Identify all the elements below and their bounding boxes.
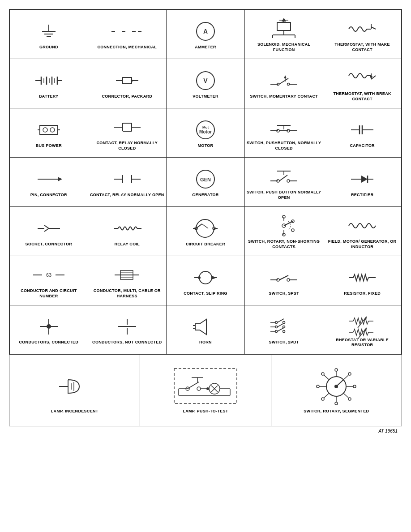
svg-point-132	[47, 324, 51, 329]
symbol-ammeter: A	[168, 19, 243, 44]
svg-marker-122	[212, 276, 217, 279]
symbol-voltmeter: V	[168, 69, 243, 93]
symbol-rectifier	[325, 167, 400, 192]
symbol-relay-coil	[90, 216, 165, 241]
cell-pin-connector: PIN, CONNECTOR	[9, 157, 88, 206]
label-switch-rotary-segmented: SWITCH, ROTARY, SEGMENTED	[304, 408, 369, 414]
svg-text:Mot: Mot	[202, 125, 209, 129]
symbol-lamp-push-to-test	[172, 366, 239, 407]
cell-motor: Mot Motor MOTOR	[166, 108, 244, 157]
svg-marker-72	[58, 177, 62, 181]
svg-point-146	[283, 326, 285, 328]
label-ammeter: AMMETER	[168, 45, 243, 50]
svg-point-47	[43, 128, 47, 132]
svg-marker-87	[361, 176, 368, 183]
svg-rect-9	[277, 22, 291, 30]
label-conductors-not-connected: CONDUCTORS, NOT CONNECTED	[90, 340, 165, 345]
label-field-motor: FIELD, MOTOR/ GENERATOR, OR INDUCTOR	[325, 239, 400, 249]
label-voltmeter: VOLTMETER	[168, 94, 243, 99]
label-socket-connector: SOCKET, CONNECTOR	[11, 242, 86, 247]
cell-socket-connector: SOCKET, CONNECTOR	[9, 206, 88, 256]
label-switch-momentary: SWITCH, MOMENTARY CONTACT	[246, 94, 321, 99]
svg-point-120	[198, 276, 201, 279]
svg-marker-136	[195, 319, 206, 335]
svg-point-182	[348, 373, 351, 375]
label-lamp-push-to-test: LAMP, PUSH-TO-TEST	[183, 408, 228, 414]
svg-point-194	[321, 373, 324, 375]
label-thermostat-make: THERMOSTAT, WITH MAKE CONTACT	[325, 42, 400, 52]
svg-rect-30	[123, 77, 132, 84]
svg-point-186	[348, 398, 351, 400]
label-horn: HORN	[168, 340, 243, 345]
label-conductor-circuit: CONDUCTOR AND CIRCUIT NUMBER	[11, 288, 86, 299]
symbol-capacitor	[325, 118, 400, 142]
symbol-contact-slip-ring	[168, 266, 243, 290]
reference-number: AT 19651	[9, 426, 402, 436]
svg-text:Motor: Motor	[199, 129, 212, 134]
symbol-motor: Mot Motor	[168, 118, 243, 142]
symbol-switch-momentary	[246, 69, 321, 93]
svg-line-100	[202, 224, 208, 228]
label-circuit-breaker: CIRCUIT BREAKER	[168, 242, 243, 247]
cell-switch-momentary: SWITCH, MOMENTARY CONTACT	[245, 59, 323, 108]
cell-thermostat-make: THERMOSTAT, WITH MAKE CONTACT	[323, 9, 402, 59]
cell-ammeter: A AMMETER	[166, 9, 244, 59]
svg-marker-16	[282, 18, 286, 21]
symbol-conductor-circuit: 63	[11, 263, 86, 287]
svg-line-185	[343, 393, 348, 398]
svg-line-92	[44, 228, 49, 232]
cell-switch-pushbutton-open: SWITCH, PUSH BUTTON NORMALLY OPEN	[245, 157, 323, 206]
label-thermostat-break: THERMOSTAT, WITH BREAK CONTACT	[325, 91, 400, 102]
svg-point-82	[287, 180, 290, 182]
symbol-thermostat-make	[325, 17, 400, 41]
svg-point-118	[199, 271, 212, 284]
page: GROUND CONNECTION, MECHANICAL A	[0, 0, 411, 532]
symbol-switch-spst	[246, 266, 321, 290]
label-ground: GROUND	[11, 45, 86, 50]
symbol-contact-relay-open	[90, 167, 165, 192]
svg-point-188	[335, 402, 338, 405]
bottom-cell-switch-rotary-segmented: SWITCH, ROTARY, SEGMENTED	[271, 355, 402, 426]
symbol-circuit-breaker	[168, 216, 243, 241]
svg-marker-32	[131, 79, 134, 82]
label-connection-mechanical: CONNECTION, MECHANICAL	[90, 45, 165, 50]
symbol-bus-power	[11, 118, 86, 142]
svg-point-126	[287, 279, 290, 281]
cell-switch-rotary: SWITCH, ROTARY, NON-SHORTING CONTACTS	[245, 206, 323, 256]
cell-rheostat: RHEOSTAT OR VARIABLE RESISTOR	[323, 305, 402, 354]
cell-conductor-circuit: 63 CONDUCTOR AND CIRCUIT NUMBER	[9, 256, 88, 305]
symbol-horn	[168, 314, 243, 339]
svg-point-107	[291, 229, 294, 232]
svg-line-37	[279, 78, 289, 84]
bottom-cell-lamp-incandescent: LAMP, INCENDESCENT	[9, 355, 140, 426]
svg-point-184	[353, 385, 356, 388]
label-relay-coil: RELAY COIL	[90, 242, 165, 247]
symbol-lamp-incandescent	[57, 366, 93, 407]
symbol-switch-rotary	[246, 214, 321, 238]
label-generator: GENERATOR	[168, 193, 243, 198]
svg-text:GEN: GEN	[200, 177, 211, 182]
label-switch-rotary: SWITCH, ROTARY, NON-SHORTING CONTACTS	[246, 239, 321, 249]
cell-conductor-multi: CONDUCTOR, MULTI, CABLE OR HARNESS	[88, 256, 166, 305]
cell-connection-mechanical: CONNECTION, MECHANICAL	[88, 9, 166, 59]
cell-conductors-connected: CONDUCTORS, CONNECTED	[9, 305, 88, 354]
symbol-field-motor	[325, 214, 400, 238]
label-lamp-incandescent: LAMP, INCENDESCENT	[51, 408, 98, 414]
svg-point-48	[50, 128, 55, 132]
svg-point-177	[206, 387, 209, 390]
cell-switch-pushbutton-closed: SWITCH, PUSHBUTTON, NORMALLY CLOSED	[245, 108, 323, 157]
symbol-conductors-not-connected	[90, 314, 165, 339]
svg-rect-162	[174, 369, 237, 403]
cell-contact-relay-closed: CONTACT, RELAY NORMALLY CLOSED	[88, 108, 166, 157]
label-resistor-fixed: RESISTOR, FIXED	[325, 291, 400, 296]
svg-rect-46	[40, 125, 58, 134]
cell-contact-relay-open: CONTACT, RELAY NORMALLY OPEN	[88, 157, 166, 206]
svg-point-166	[197, 387, 201, 390]
symbol-generator: GEN	[168, 167, 243, 192]
symbol-thermostat-break	[325, 66, 400, 90]
cell-connector-packard: CONNECTOR, PACKARD	[88, 59, 166, 108]
label-conductors-connected: CONDUCTORS, CONNECTED	[11, 340, 86, 345]
symbol-contact-relay-closed	[90, 115, 165, 140]
svg-line-91	[44, 225, 49, 228]
symbol-connector-packard	[90, 69, 165, 93]
